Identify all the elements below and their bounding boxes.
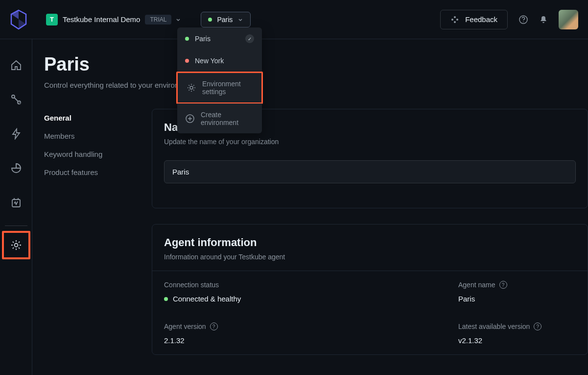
plus-circle-icon xyxy=(185,114,195,124)
help-icon[interactable]: ? xyxy=(499,281,507,289)
latest-version-value: v2.1.32 xyxy=(458,336,576,345)
help-icon[interactable] xyxy=(518,15,528,25)
status-dot-icon xyxy=(185,59,189,63)
env-settings-label: Environment settings xyxy=(202,80,253,96)
sidebar-settings[interactable] xyxy=(5,234,27,256)
logo xyxy=(10,9,27,30)
trial-badge: TRIAL xyxy=(145,15,171,25)
subnav-general[interactable]: General xyxy=(44,109,122,127)
subnav-members[interactable]: Members xyxy=(44,127,122,145)
connection-status-value: Connected & healthy xyxy=(173,295,241,303)
agent-name-label: Agent name xyxy=(458,281,495,289)
check-icon: ✓ xyxy=(245,34,254,43)
svg-point-5 xyxy=(523,21,524,22)
status-dot-icon xyxy=(208,18,212,22)
agent-version-value: 2.1.32 xyxy=(164,336,419,345)
environment-settings-button[interactable]: Environment settings xyxy=(179,73,260,102)
feedback-label: Feedback xyxy=(465,15,497,24)
status-dot-icon xyxy=(185,37,189,41)
agent-panel-desc: Information around your Testkube agent xyxy=(164,253,576,261)
sidebar-analytics[interactable] xyxy=(5,157,27,179)
environment-selector[interactable]: Paris xyxy=(201,12,251,27)
slack-icon xyxy=(450,15,459,24)
page-title: Paris xyxy=(44,54,588,75)
env-option-paris[interactable]: Paris ✓ xyxy=(177,27,262,50)
highlight: Environment settings xyxy=(176,72,263,104)
header: T Testkube Internal Demo TRIAL Paris Fee… xyxy=(0,0,588,39)
sidebar xyxy=(0,39,32,375)
agent-version-label: Agent version xyxy=(164,323,206,330)
svg-point-12 xyxy=(14,244,18,247)
org-avatar: T xyxy=(46,14,58,25)
svg-rect-11 xyxy=(12,200,20,207)
latest-version-label: Latest available version xyxy=(458,323,530,330)
svg-rect-2 xyxy=(456,19,458,21)
sidebar-triggers[interactable] xyxy=(5,123,27,145)
agent-panel: Agent information Information around you… xyxy=(152,224,588,355)
status-dot-icon xyxy=(164,297,168,301)
highlight xyxy=(2,231,30,259)
org-name[interactable]: Testkube Internal Demo xyxy=(63,15,140,24)
connection-status-label: Connection status xyxy=(164,281,419,289)
env-selected-label: Paris xyxy=(217,16,233,24)
env-option-label: New York xyxy=(195,57,224,65)
svg-rect-1 xyxy=(454,16,456,18)
name-panel-desc: Update the name of your organization xyxy=(164,138,576,146)
svg-rect-0 xyxy=(451,19,453,21)
gear-icon xyxy=(187,83,196,93)
environment-dropdown: Paris ✓ New York Environment settings Cr… xyxy=(177,27,262,133)
help-icon[interactable]: ? xyxy=(210,323,218,330)
svg-point-6 xyxy=(190,86,193,89)
subnav-features[interactable]: Product features xyxy=(44,163,122,181)
sidebar-home[interactable] xyxy=(5,54,27,76)
feedback-button[interactable]: Feedback xyxy=(440,10,508,29)
env-option-newyork[interactable]: New York xyxy=(177,50,262,72)
page-subtitle: Control everything related to your envir… xyxy=(44,81,588,89)
subnav: General Members Keyword handling Product… xyxy=(44,109,122,371)
help-icon[interactable]: ? xyxy=(534,323,541,330)
avatar[interactable] xyxy=(559,10,578,29)
bell-icon[interactable] xyxy=(539,15,548,24)
create-env-label: Create environment xyxy=(201,111,254,126)
sidebar-status[interactable] xyxy=(5,191,27,214)
divider xyxy=(5,225,27,226)
sidebar-workflows[interactable] xyxy=(5,88,27,111)
svg-rect-3 xyxy=(454,21,456,23)
subnav-keyword[interactable]: Keyword handling xyxy=(44,145,122,163)
agent-name-value: Paris xyxy=(458,295,576,303)
chevron-down-icon xyxy=(237,17,243,23)
env-option-label: Paris xyxy=(195,35,211,43)
create-environment-button[interactable]: Create environment xyxy=(177,104,262,133)
agent-panel-title: Agent information xyxy=(164,236,576,249)
org-name-input[interactable] xyxy=(164,160,576,183)
chevron-down-icon[interactable] xyxy=(175,17,181,23)
